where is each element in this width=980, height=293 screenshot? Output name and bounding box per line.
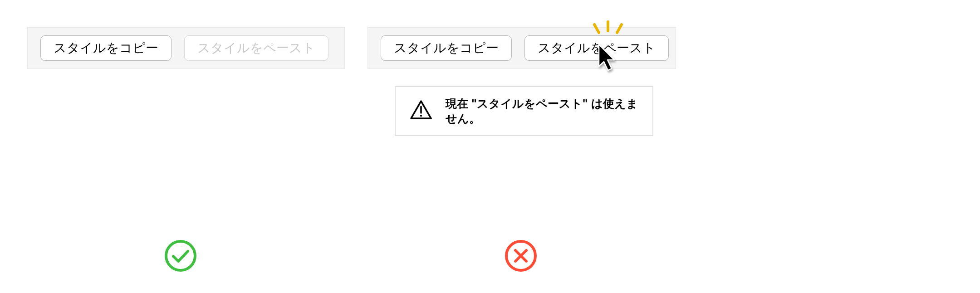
alert-message: 現在 "スタイルをペースト" は使えません。 <box>446 96 639 126</box>
correct-checkmark-icon <box>163 239 198 275</box>
alert-dialog: 現在 "スタイルをペースト" は使えません。 <box>395 86 653 136</box>
incorrect-cross-icon <box>504 239 538 275</box>
copy-style-button[interactable]: スタイルをコピー <box>381 35 512 61</box>
paste-style-button[interactable]: スタイルをペースト <box>524 35 669 61</box>
toolbar-left-example: スタイルをコピー スタイルをペースト <box>27 27 345 69</box>
svg-point-4 <box>420 115 422 117</box>
warning-icon <box>409 99 433 123</box>
toolbar-right-example: スタイルをコピー スタイルをペースト <box>368 27 676 69</box>
paste-style-button-disabled: スタイルをペースト <box>184 35 328 61</box>
copy-style-button[interactable]: スタイルをコピー <box>40 35 172 61</box>
svg-point-5 <box>166 241 195 270</box>
